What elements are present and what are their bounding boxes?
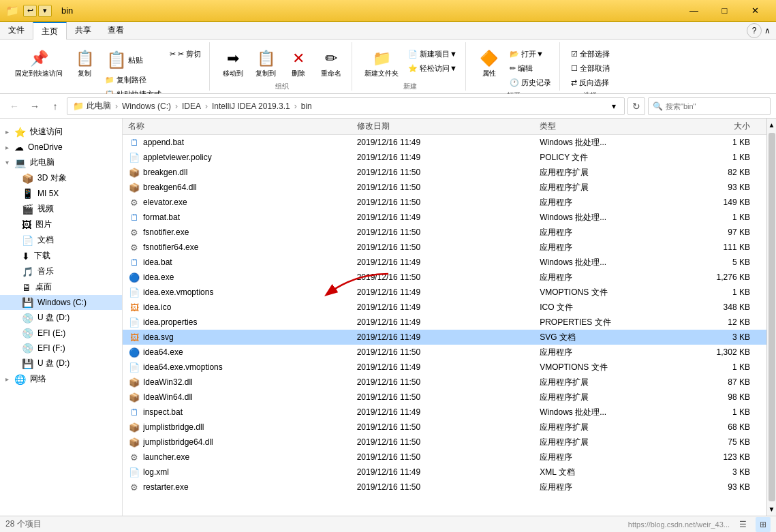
table-row[interactable]: 📄 idea64.exe.vmoptions 2019/12/16 11:49 … xyxy=(123,360,766,375)
sidebar-item-this-pc[interactable]: ▾ 💻 此电脑 xyxy=(0,155,122,170)
copy-path-btn[interactable]: 📁 复制路径 xyxy=(102,74,164,87)
rename-btn[interactable]: ✏ 重命名 xyxy=(316,45,346,80)
sidebar-item-onedrive[interactable]: ▸ ☁ OneDrive xyxy=(0,140,122,155)
table-row[interactable]: ⚙ elevator.exe 2019/12/16 11:50 应用程序 149… xyxy=(123,195,766,210)
table-row[interactable]: 🖼 idea.svg 2019/12/16 11:49 SVG 文档 3 KB xyxy=(123,330,766,345)
invert-select-btn[interactable]: ⇄ 反向选择 xyxy=(568,76,612,89)
open-btn[interactable]: 📂 打开▼ xyxy=(507,48,554,61)
table-row[interactable]: 📦 breakgen64.dll 2019/12/16 11:50 应用程序扩展… xyxy=(123,180,766,195)
maximize-btn[interactable]: □ xyxy=(709,0,740,22)
sidebar-item-quick-access[interactable]: ▸ ⭐ 快速访问 xyxy=(0,124,122,140)
tab-view[interactable]: 查看 xyxy=(99,22,132,39)
close-btn[interactable]: ✕ xyxy=(740,0,771,22)
back-btn[interactable]: ← xyxy=(5,97,23,115)
addr-pc[interactable]: 此电脑 xyxy=(87,100,111,112)
table-row[interactable]: 🗒 append.bat 2019/12/16 11:49 Windows 批处… xyxy=(123,135,766,150)
table-row[interactable]: 📦 jumplistbridge64.dll 2019/12/16 11:50 … xyxy=(123,435,766,450)
table-row[interactable]: ⚙ launcher.exe 2019/12/16 11:50 应用程序 123… xyxy=(123,450,766,465)
paste-btn[interactable]: 📋 粘贴 xyxy=(102,48,164,72)
table-row[interactable]: 🖼 idea.ico 2019/12/16 11:49 ICO 文件 348 K… xyxy=(123,300,766,315)
history-btn[interactable]: 🕐 历史记录 xyxy=(507,76,554,89)
scrollbar[interactable]: ▲ ▼ xyxy=(766,119,776,516)
edit-btn[interactable]: ✏ 编辑 xyxy=(507,62,554,75)
tab-home[interactable]: 主页 xyxy=(33,22,67,40)
up-btn[interactable]: ↑ xyxy=(46,97,64,115)
refresh-btn[interactable]: ↻ xyxy=(627,97,645,115)
quick-access-btn[interactable]: ↩ xyxy=(23,5,37,17)
sidebar-item-network[interactable]: ▸ 🌐 网络 xyxy=(0,371,122,387)
history-icon: 🕐 xyxy=(510,78,519,87)
sidebar-item-mi5x[interactable]: 📱 MI 5X xyxy=(0,186,122,201)
copy-btn[interactable]: 📋 复制 xyxy=(69,45,99,80)
sidebar-item-3d[interactable]: 📦 3D 对象 xyxy=(0,170,122,186)
delete-btn[interactable]: ✕ 删除 xyxy=(283,45,313,80)
table-row[interactable]: 🔵 idea.exe 2019/12/16 11:50 应用程序 1,276 K… xyxy=(123,270,766,285)
quick-access-label: 快速访问 xyxy=(30,126,63,138)
select-none-btn[interactable]: ☐ 全部取消 xyxy=(568,62,612,75)
col-date-header[interactable]: 修改日期 xyxy=(357,121,540,132)
minimize-btn[interactable]: — xyxy=(679,0,709,22)
collapse-ribbon-btn[interactable]: ∧ xyxy=(764,26,771,35)
table-row[interactable]: 📦 IdeaWin64.dll 2019/12/16 11:50 应用程序扩展 … xyxy=(123,390,766,405)
menu-btn[interactable]: ▾ xyxy=(38,5,52,17)
select-all-btn[interactable]: ☑ 全部选择 xyxy=(568,48,612,61)
sidebar-item-desktop[interactable]: 🖥 桌面 xyxy=(0,279,122,295)
scroll-up-btn[interactable]: ▲ xyxy=(769,119,775,131)
sidebar-item-music[interactable]: 🎵 音乐 xyxy=(0,264,122,279)
new-folder-btn[interactable]: 📁 新建文件夹 xyxy=(360,45,403,80)
help-btn[interactable]: ? xyxy=(747,23,762,38)
table-row[interactable]: 📄 idea.properties 2019/12/16 11:49 PROPE… xyxy=(123,315,766,330)
sidebar-item-efi-f[interactable]: 💿 EFI (F:) xyxy=(0,341,122,356)
forward-btn[interactable]: → xyxy=(26,97,44,115)
scroll-down-btn[interactable]: ▼ xyxy=(769,503,775,516)
addr-idea[interactable]: IDEA xyxy=(182,101,201,111)
file-icon: 📦 xyxy=(128,392,140,403)
ribbon-tabs: 文件 主页 共享 查看 ? ∧ xyxy=(0,22,776,40)
cut-btn[interactable]: ✂ ✂ 剪切 xyxy=(167,48,204,61)
col-name-header[interactable]: 名称 xyxy=(128,121,357,132)
file-icon: 🗒 xyxy=(128,407,140,418)
sidebar-item-u-disk-d2[interactable]: 💾 U 盘 (D:) xyxy=(0,356,122,371)
tab-share[interactable]: 共享 xyxy=(67,22,99,39)
address-bar[interactable]: 📁 此电脑 › Windows (C:) › IDEA › IntelliJ I… xyxy=(67,97,625,115)
sidebar-item-efi-e[interactable]: 💿 EFI (E:) xyxy=(0,326,122,341)
table-row[interactable]: 📄 log.xml 2019/12/16 11:49 XML 文档 3 KB xyxy=(123,465,766,480)
view-large-btn[interactable]: ⊞ xyxy=(756,517,771,532)
table-row[interactable]: 📦 breakgen.dll 2019/12/16 11:50 应用程序扩展 8… xyxy=(123,165,766,180)
addr-c[interactable]: Windows (C:) xyxy=(122,101,171,111)
table-row[interactable]: 🗒 format.bat 2019/12/16 11:49 Windows 批处… xyxy=(123,210,766,225)
scroll-thumb[interactable] xyxy=(769,133,775,501)
move-btn[interactable]: ➡ 移动到 xyxy=(218,45,248,80)
table-row[interactable]: 🗒 idea.bat 2019/12/16 11:49 Windows 批处理.… xyxy=(123,255,766,270)
table-row[interactable]: 📦 jumplistbridge.dll 2019/12/16 11:50 应用… xyxy=(123,420,766,435)
pin-btn[interactable]: 📌 固定到快速访问 xyxy=(11,45,67,80)
view-details-btn[interactable]: ☰ xyxy=(735,517,750,532)
table-row[interactable]: 📄 idea.exe.vmoptions 2019/12/16 11:49 VM… xyxy=(123,285,766,300)
col-type-header[interactable]: 类型 xyxy=(540,121,677,132)
table-row[interactable]: 🗒 inspect.bat 2019/12/16 11:49 Windows 批… xyxy=(123,405,766,420)
addr-intellij[interactable]: IntelliJ IDEA 2019.3.1 xyxy=(212,101,290,111)
new-item-btn[interactable]: 📄 新建项目▼ xyxy=(405,48,460,61)
properties-btn[interactable]: 🔶 属性 xyxy=(474,45,504,80)
sidebar-item-pictures[interactable]: 🖼 图片 xyxy=(0,217,122,232)
tab-file[interactable]: 文件 xyxy=(0,22,33,39)
sidebar-item-u-disk-d[interactable]: 💿 U 盘 (D:) xyxy=(0,310,122,326)
sidebar-item-videos[interactable]: 🎬 视频 xyxy=(0,201,122,217)
table-row[interactable]: 📦 IdeaWin32.dll 2019/12/16 11:50 应用程序扩展 … xyxy=(123,375,766,390)
file-size: 93 KB xyxy=(677,183,761,192)
addr-bin[interactable]: bin xyxy=(301,101,312,111)
search-box[interactable]: 🔍 xyxy=(648,97,771,115)
easy-access-btn[interactable]: ⭐ 轻松访问▼ xyxy=(405,62,460,75)
col-size-header[interactable]: 大小 xyxy=(677,121,761,132)
sidebar-item-documents[interactable]: 📄 文档 xyxy=(0,232,122,248)
table-row[interactable]: ⚙ fsnotifier.exe 2019/12/16 11:50 应用程序 9… xyxy=(123,225,766,240)
sidebar-item-downloads[interactable]: ⬇ 下载 xyxy=(0,248,122,264)
search-input[interactable] xyxy=(666,102,766,110)
copy-to-btn[interactable]: 📋 复制到 xyxy=(251,45,281,80)
sidebar-item-windows-c[interactable]: 💾 Windows (C:) xyxy=(0,295,122,310)
table-row[interactable]: ⚙ fsnotifier64.exe 2019/12/16 11:50 应用程序… xyxy=(123,240,766,255)
table-row[interactable]: 🔵 idea64.exe 2019/12/16 11:50 应用程序 1,302… xyxy=(123,345,766,360)
table-row[interactable]: ⚙ restarter.exe 2019/12/16 11:50 应用程序 93… xyxy=(123,480,766,495)
addr-dropdown-btn[interactable]: ▾ xyxy=(609,101,619,111)
table-row[interactable]: 📄 appletviewer.policy 2019/12/16 11:49 P… xyxy=(123,150,766,165)
